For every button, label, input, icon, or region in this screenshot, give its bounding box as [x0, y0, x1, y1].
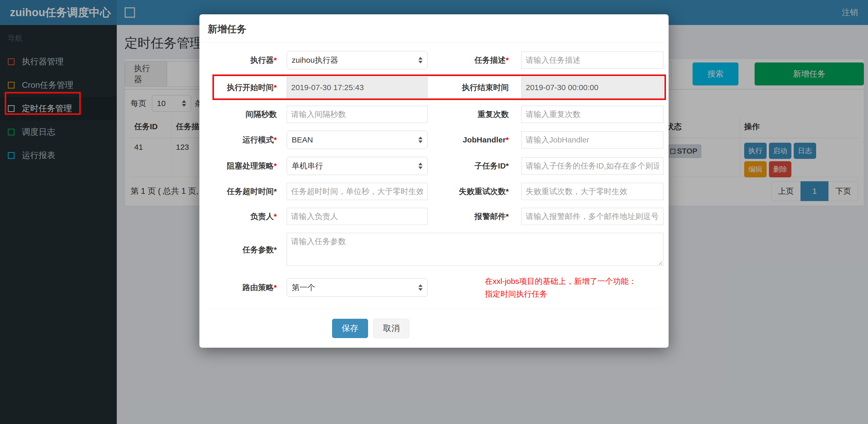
row-route-strategy: 路由策略* 第一个 在xxl-jobs项目的基础上，新增了一个功能： 指定时间执…	[206, 275, 662, 300]
row-author-email: 负责人* 报警邮件*	[206, 208, 662, 225]
cancel-button[interactable]: 取消	[373, 319, 409, 338]
job-param-textarea-wrap	[287, 233, 663, 267]
executor-select[interactable]: zuihou执行器	[287, 51, 428, 69]
interval-label: 间隔秒数	[206, 109, 277, 120]
child-job-input-wrap	[521, 157, 663, 174]
start-time-label: 执行开始时间*	[206, 82, 277, 93]
select-arrows-icon	[418, 163, 423, 169]
job-desc-input-wrap	[521, 52, 663, 69]
feature-note-line2: 指定时间执行任务	[485, 288, 637, 300]
glue-type-select[interactable]: BEAN	[287, 131, 428, 149]
executor-select-wrap: zuihou执行器	[287, 51, 428, 69]
retry-count-input[interactable]	[521, 183, 663, 200]
interval-input[interactable]	[287, 106, 428, 123]
select-arrows-icon	[418, 137, 423, 143]
author-input[interactable]	[287, 208, 428, 225]
alarm-email-input-wrap	[521, 208, 663, 225]
job-handler-input-wrap	[521, 131, 663, 149]
glue-type-label: 运行模式*	[206, 135, 277, 145]
row-mode-handler: 运行模式* BEAN JobHandler*	[206, 131, 662, 149]
feature-note-line1: 在xxl-jobs项目的基础上，新增了一个功能：	[485, 275, 637, 288]
block-strategy-selected-value: 单机串行	[292, 161, 323, 171]
timeout-label: 任务超时时间*	[206, 186, 277, 197]
repeat-count-label: 重复次数	[428, 109, 509, 120]
executor-label: 执行器*	[206, 55, 277, 66]
end-time-input[interactable]	[521, 77, 663, 98]
app-root: zuihou任务调度中心 注销 导航 执行器管理 Cron任务管理 定时任务管理…	[0, 0, 868, 424]
interval-input-wrap	[287, 106, 428, 123]
select-arrows-icon	[418, 284, 423, 291]
end-time-input-wrap	[521, 77, 663, 98]
executor-selected-value: zuihou执行器	[292, 55, 338, 66]
select-arrows-icon	[418, 57, 423, 64]
modal-footer: 保存 取消	[206, 308, 662, 338]
modal-header: 新增任务	[199, 14, 669, 43]
job-desc-input[interactable]	[521, 52, 663, 69]
route-strategy-selected-value: 第一个	[292, 282, 315, 293]
timeout-input[interactable]	[287, 183, 428, 200]
job-desc-label: 任务描述*	[428, 55, 509, 66]
route-strategy-select[interactable]: 第一个	[287, 279, 428, 297]
repeat-count-input[interactable]	[521, 106, 663, 123]
glue-type-select-wrap: BEAN	[287, 131, 428, 149]
retry-count-label: 失败重试次数*	[428, 186, 509, 197]
timeout-input-wrap	[287, 183, 428, 200]
row-executor-desc: 执行器* zuihou执行器 任务描述*	[206, 51, 662, 69]
author-label: 负责人*	[206, 211, 277, 222]
row-exec-times: 执行开始时间* 执行结束时间	[206, 77, 662, 98]
modal-title: 新增任务	[208, 24, 246, 34]
child-job-input[interactable]	[521, 157, 663, 174]
repeat-count-input-wrap	[521, 106, 663, 123]
end-time-label: 执行结束时间	[428, 82, 509, 93]
block-strategy-select[interactable]: 单机串行	[287, 157, 428, 175]
row-timeout-retry: 任务超时时间* 失败重试次数*	[206, 183, 662, 200]
save-button[interactable]: 保存	[332, 319, 368, 338]
row-job-param: 任务参数*	[206, 233, 662, 267]
block-strategy-label: 阻塞处理策略*	[206, 161, 277, 171]
job-handler-input[interactable]	[521, 131, 663, 149]
row-interval-repeat: 间隔秒数 重复次数	[206, 106, 662, 123]
child-job-label: 子任务ID*	[428, 161, 509, 171]
feature-note: 在xxl-jobs项目的基础上，新增了一个功能： 指定时间执行任务	[485, 275, 637, 300]
author-input-wrap	[287, 208, 428, 225]
start-time-input-wrap	[287, 77, 428, 98]
modal-body: 执行器* zuihou执行器 任务描述* 执行开始时间* 执行结束时间	[199, 43, 669, 338]
row-block-childjob: 阻塞处理策略* 单机串行 子任务ID*	[206, 157, 662, 175]
retry-count-input-wrap	[521, 183, 663, 200]
glue-type-selected-value: BEAN	[292, 135, 313, 144]
alarm-email-label: 报警邮件*	[428, 211, 509, 222]
alarm-email-input[interactable]	[521, 208, 663, 225]
job-handler-label: JobHandler*	[428, 135, 509, 144]
block-strategy-select-wrap: 单机串行	[287, 157, 428, 175]
add-task-modal: 新增任务 执行器* zuihou执行器 任务描述* 执行开始时间*	[199, 14, 669, 348]
route-strategy-select-wrap: 第一个	[287, 279, 428, 297]
route-strategy-label: 路由策略*	[206, 282, 277, 293]
job-param-textarea[interactable]	[287, 233, 663, 266]
job-param-label: 任务参数*	[206, 244, 277, 255]
start-time-input[interactable]	[287, 77, 428, 98]
